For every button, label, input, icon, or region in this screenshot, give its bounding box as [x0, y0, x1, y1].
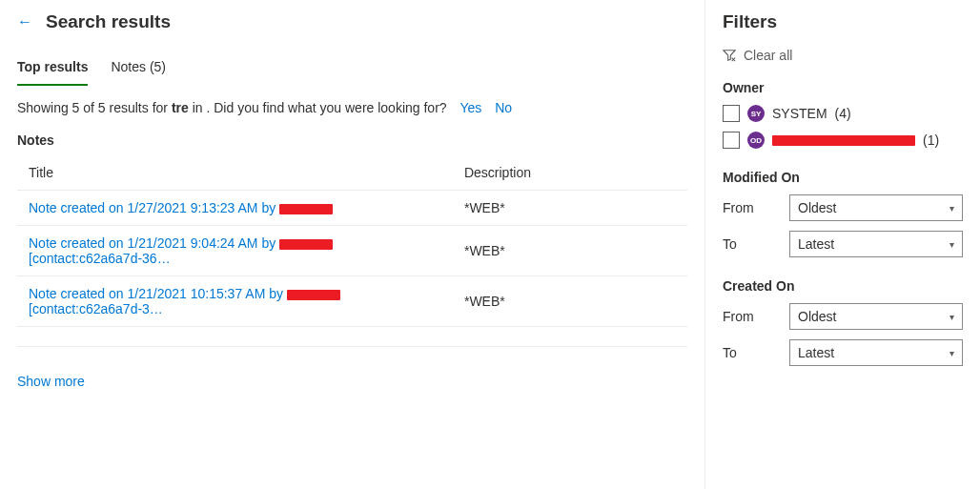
avatar: SY — [747, 105, 765, 122]
owner-checkbox[interactable] — [723, 105, 740, 122]
summary-mid: in . Did you find what you were looking … — [189, 100, 447, 115]
created-to-label: To — [723, 345, 780, 360]
col-title[interactable]: Title — [17, 155, 453, 191]
chevron-down-icon: ▾ — [949, 203, 954, 214]
note-title-cell[interactable]: Note created on 1/21/2021 10:15:37 AM by… — [17, 276, 453, 327]
feedback-no[interactable]: No — [495, 100, 512, 115]
created-from-value: Oldest — [798, 309, 836, 324]
created-from-label: From — [723, 309, 780, 324]
summary-prefix: Showing 5 of 5 results for — [17, 100, 172, 115]
tab-top-results[interactable]: Top results — [17, 53, 88, 86]
chevron-down-icon: ▾ — [949, 348, 954, 358]
table-row[interactable]: Note created on 1/21/2021 10:15:37 AM by… — [17, 276, 687, 327]
owner-name: SYSTEM — [772, 106, 827, 121]
note-title-suffix: [contact:c62a6a7d-36… — [29, 251, 171, 266]
note-title-suffix: [contact:c62a6a7d-3… — [29, 301, 163, 316]
owner-group-label: Owner — [723, 80, 963, 95]
chevron-down-icon: ▾ — [949, 239, 954, 250]
created-on-label: Created On — [723, 278, 963, 294]
created-from-select[interactable]: Oldest ▾ — [789, 303, 963, 330]
modified-to-label: To — [723, 236, 780, 252]
modified-from-select[interactable]: Oldest ▾ — [789, 194, 963, 221]
search-term: tre — [172, 100, 189, 115]
note-title-cell[interactable]: Note created on 1/21/2021 9:04:24 AM by … — [17, 226, 453, 276]
clear-all-button[interactable]: Clear all — [723, 48, 963, 63]
back-arrow-icon[interactable]: ← — [17, 13, 32, 31]
table-row[interactable]: Note created on 1/21/2021 9:04:24 AM by … — [17, 226, 687, 276]
redacted-block — [287, 290, 340, 300]
note-title-text: Note created on 1/21/2021 10:15:37 AM by — [29, 286, 287, 301]
tab-notes[interactable]: Notes (5) — [111, 53, 166, 86]
created-to-value: Latest — [798, 345, 834, 360]
modified-on-label: Modified On — [723, 170, 963, 185]
filters-panel: Filters Clear all Owner SYSYSTEM (4)OD (… — [705, 0, 980, 489]
redacted-block — [772, 135, 915, 146]
owner-count: (4) — [835, 106, 851, 121]
header: ← Search results — [17, 11, 687, 32]
modified-to-value: Latest — [798, 236, 834, 252]
owner-list: SYSYSTEM (4)OD (1) — [723, 105, 963, 149]
note-description-cell: *WEB* — [453, 191, 687, 226]
col-description[interactable]: Description — [453, 155, 687, 191]
owner-checkbox[interactable] — [723, 132, 740, 149]
created-to-select[interactable]: Latest ▾ — [789, 339, 963, 366]
tabs: Top results Notes (5) — [17, 53, 687, 87]
main-content: ← Search results Top results Notes (5) S… — [0, 0, 705, 489]
owner-filter-row[interactable]: OD (1) — [723, 132, 963, 149]
modified-to-select[interactable]: Latest ▾ — [789, 231, 963, 257]
modified-from-label: From — [723, 200, 780, 215]
clear-all-label: Clear all — [744, 48, 792, 63]
chevron-down-icon: ▾ — [949, 312, 954, 322]
filter-clear-icon — [723, 49, 736, 62]
modified-on-group: Modified On From Oldest ▾ To Latest ▾ — [723, 170, 963, 257]
notes-section-label: Notes — [17, 132, 687, 148]
note-title-text: Note created on 1/27/2021 9:13:23 AM by — [29, 200, 279, 215]
table-row-empty — [17, 327, 687, 347]
show-more-link[interactable]: Show more — [17, 374, 85, 389]
note-description-cell: *WEB* — [453, 226, 687, 276]
redacted-block — [279, 204, 333, 214]
filters-title: Filters — [723, 11, 963, 32]
owner-filter-row[interactable]: SYSYSTEM (4) — [723, 105, 963, 122]
avatar: OD — [747, 132, 765, 149]
table-row[interactable]: Note created on 1/27/2021 9:13:23 AM by … — [17, 191, 687, 226]
owner-count: (1) — [923, 132, 939, 148]
note-title-text: Note created on 1/21/2021 9:04:24 AM by — [29, 235, 279, 251]
note-description-cell: *WEB* — [453, 276, 687, 327]
note-title-cell[interactable]: Note created on 1/27/2021 9:13:23 AM by — [17, 191, 453, 226]
modified-from-value: Oldest — [798, 200, 836, 215]
results-summary: Showing 5 of 5 results for tre in . Did … — [17, 100, 687, 115]
redacted-block — [279, 239, 333, 250]
notes-table: Title Description Note created on 1/27/2… — [17, 155, 687, 347]
page-title: Search results — [46, 11, 171, 32]
feedback-yes[interactable]: Yes — [459, 100, 481, 115]
created-on-group: Created On From Oldest ▾ To Latest ▾ — [723, 278, 963, 366]
notes-tbody: Note created on 1/27/2021 9:13:23 AM by … — [17, 191, 687, 347]
